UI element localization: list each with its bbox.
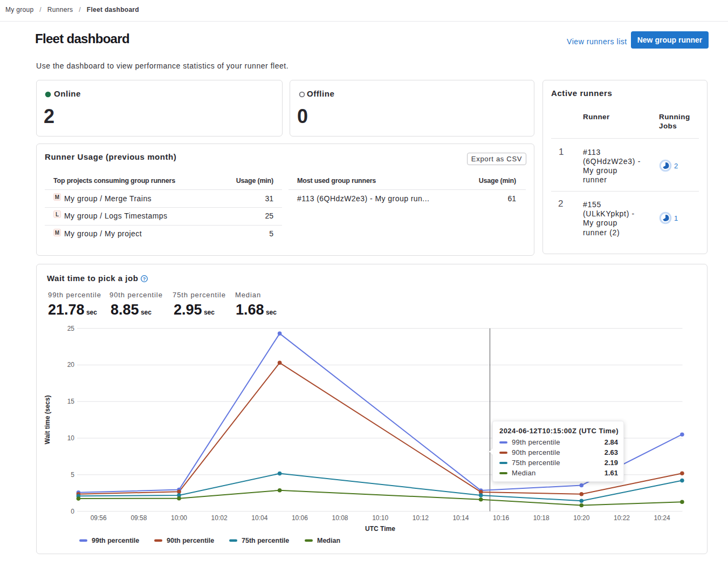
svg-text:10:24: 10:24 xyxy=(654,514,670,522)
svg-text:10:12: 10:12 xyxy=(413,514,429,522)
svg-text:10:04: 10:04 xyxy=(251,514,267,522)
svg-text:10:16: 10:16 xyxy=(493,514,509,522)
svg-text:10:08: 10:08 xyxy=(332,514,348,522)
svg-text:10: 10 xyxy=(67,434,75,442)
svg-text:10:22: 10:22 xyxy=(614,514,630,522)
svg-text:15: 15 xyxy=(67,398,75,405)
svg-text:09:56: 09:56 xyxy=(91,514,107,522)
svg-text:10:06: 10:06 xyxy=(292,514,308,522)
svg-text:90th percentile: 90th percentile xyxy=(167,537,214,544)
svg-text:25: 25 xyxy=(67,325,75,332)
svg-text:Median: Median xyxy=(317,537,340,544)
svg-text:10:14: 10:14 xyxy=(452,514,469,522)
svg-text:20: 20 xyxy=(67,361,75,369)
svg-text:5: 5 xyxy=(71,471,74,479)
svg-text:10:02: 10:02 xyxy=(211,514,228,522)
svg-text:10:20: 10:20 xyxy=(573,514,589,522)
svg-text:UTC Time: UTC Time xyxy=(365,525,395,533)
svg-text:10:10: 10:10 xyxy=(372,514,388,522)
svg-text:10:18: 10:18 xyxy=(533,514,550,522)
svg-text:10:00: 10:00 xyxy=(171,514,187,522)
svg-text:Wait time (secs): Wait time (secs) xyxy=(44,395,51,445)
svg-text:99th percentile: 99th percentile xyxy=(92,537,139,544)
svg-text:09:58: 09:58 xyxy=(131,514,147,522)
svg-text:75th percentile: 75th percentile xyxy=(242,537,289,544)
svg-text:0: 0 xyxy=(71,508,74,515)
